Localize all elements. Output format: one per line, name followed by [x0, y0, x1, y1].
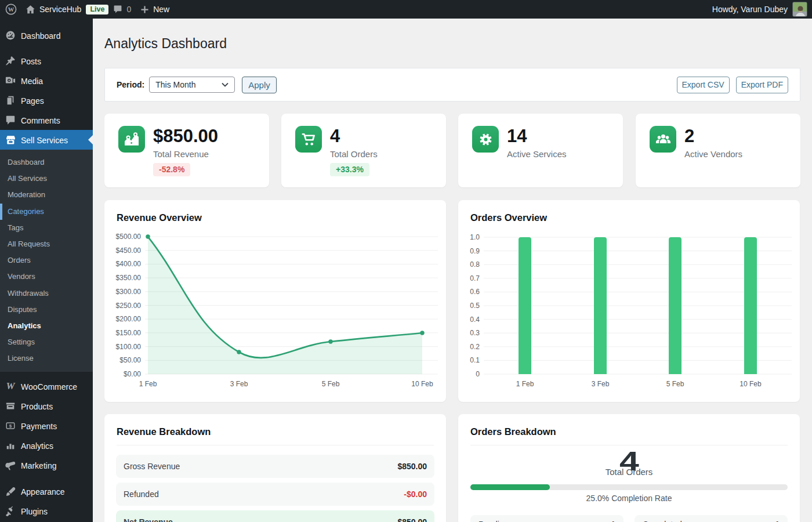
- svg-text:$150.00: $150.00: [116, 329, 142, 337]
- svg-text:$50.00: $50.00: [119, 356, 141, 364]
- svg-text:0.5: 0.5: [470, 302, 480, 310]
- svg-text:W: W: [8, 6, 14, 13]
- svg-text:10 Feb: 10 Feb: [740, 380, 762, 388]
- svg-text:$300.00: $300.00: [116, 288, 142, 296]
- svg-text:1.0: 1.0: [470, 233, 480, 241]
- svg-text:$250.00: $250.00: [116, 302, 142, 310]
- svg-text:0.6: 0.6: [470, 288, 480, 296]
- svg-text:$400.00: $400.00: [116, 260, 142, 268]
- svg-text:0.4: 0.4: [470, 316, 480, 324]
- svg-text:0.7: 0.7: [470, 274, 480, 282]
- svg-text:$100.00: $100.00: [116, 343, 142, 351]
- svg-text:0: 0: [476, 370, 480, 378]
- svg-text:0.9: 0.9: [470, 247, 480, 255]
- svg-text:3 Feb: 3 Feb: [592, 380, 610, 388]
- svg-text:5 Feb: 5 Feb: [322, 380, 340, 388]
- svg-text:0.8: 0.8: [470, 260, 480, 269]
- svg-text:0.2: 0.2: [470, 343, 480, 351]
- svg-text:0.3: 0.3: [470, 329, 480, 337]
- svg-text:W: W: [6, 382, 16, 391]
- svg-text:$: $: [9, 424, 12, 429]
- svg-text:0.1: 0.1: [470, 356, 480, 364]
- svg-text:$350.00: $350.00: [116, 274, 142, 282]
- svg-text:$0.00: $0.00: [124, 370, 141, 378]
- svg-text:1 Feb: 1 Feb: [139, 380, 157, 388]
- svg-text:1 Feb: 1 Feb: [516, 380, 534, 388]
- svg-text:5 Feb: 5 Feb: [666, 380, 684, 388]
- svg-text:$500.00: $500.00: [116, 233, 142, 241]
- svg-text:3 Feb: 3 Feb: [230, 380, 248, 388]
- svg-text:$450.00: $450.00: [116, 246, 142, 255]
- svg-text:10 Feb: 10 Feb: [411, 380, 433, 388]
- svg-text:$200.00: $200.00: [116, 315, 142, 323]
